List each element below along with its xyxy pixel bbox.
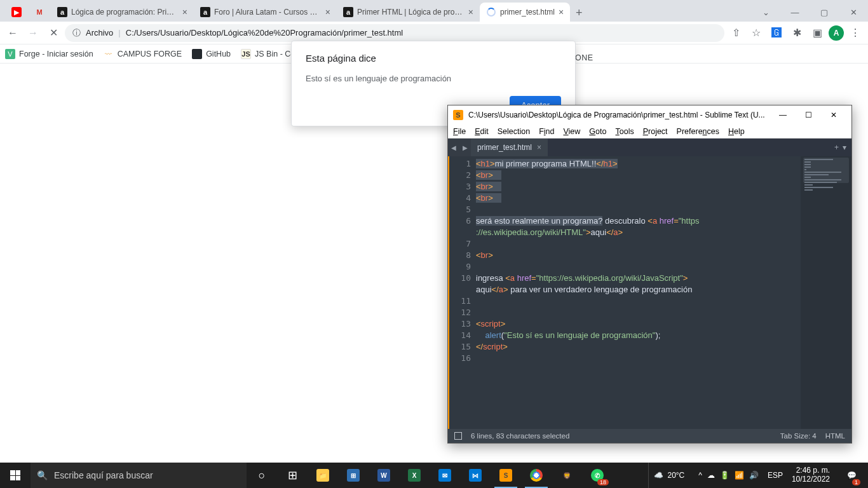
start-button[interactable] — [0, 463, 31, 488]
task-store-icon[interactable]: ⊞ — [338, 463, 369, 488]
profile-avatar[interactable]: A — [829, 25, 844, 41]
tab-add-icon[interactable]: + — [834, 143, 839, 152]
tab-alura-primer-html[interactable]: aPrimer HTML | Lógica de program× — [337, 3, 480, 22]
task-word-icon[interactable]: W — [369, 463, 399, 488]
taskbar-clock[interactable]: 2:46 p. m. 10/12/2022 — [788, 466, 834, 484]
tray-volume-icon[interactable]: 🔊 — [749, 471, 759, 480]
code-area[interactable]: <h1>mi primer programa HTML!!</h1><br><b… — [476, 156, 801, 429]
task-whatsapp-icon[interactable]: ✆18 — [582, 463, 613, 488]
task-mail-icon[interactable]: ✉ — [430, 463, 460, 488]
tab-prev-icon[interactable]: ◀ — [448, 139, 459, 156]
taskbar-search[interactable]: 🔍Escribe aquí para buscar — [31, 463, 247, 488]
menu-tools[interactable]: Tools — [615, 127, 634, 136]
translate-icon[interactable]: 🅶 — [768, 24, 785, 42]
tray-wifi-icon[interactable]: 📶 — [735, 471, 744, 480]
dialog-message: Esto sí es un lenguaje de programación — [306, 74, 561, 83]
task-chrome-icon[interactable] — [521, 463, 552, 488]
close-icon[interactable]: × — [182, 7, 187, 17]
sublime-maximize-icon[interactable]: ☐ — [796, 106, 821, 124]
line-gutter: 12345678910111213141516 — [448, 156, 476, 429]
sublime-close-icon[interactable]: ✕ — [821, 106, 846, 124]
minimap[interactable] — [801, 156, 851, 429]
sublime-file-tab[interactable]: primer_test.html × — [471, 139, 548, 156]
menu-view[interactable]: View — [563, 127, 580, 136]
bookmark-github[interactable]: GitHub — [192, 49, 231, 59]
stop-button[interactable]: ✕ — [44, 24, 62, 42]
bookmark-forge[interactable]: VForge - Iniciar sesión — [5, 49, 93, 59]
task-brave-icon[interactable]: 🦁 — [552, 463, 582, 488]
campus-icon: 〰 — [104, 49, 114, 59]
menu-goto[interactable]: Goto — [589, 127, 606, 136]
sublime-minimize-icon[interactable]: — — [770, 106, 796, 124]
tab-primer-test[interactable]: primer_test.html× — [480, 3, 570, 22]
sublime-titlebar[interactable]: S C:\Users\Usuario\Desktop\Lógica de Pro… — [448, 105, 851, 125]
tray-language[interactable]: ESP — [768, 471, 783, 480]
tab-alura-foro[interactable]: aForo | Alura Latam - Cursos onlin× — [194, 3, 337, 22]
menu-edit[interactable]: Edit — [475, 127, 489, 136]
tab-alura-logica[interactable]: aLógica de programación: Primero× — [51, 3, 194, 22]
gmail-icon: M — [34, 7, 44, 17]
status-syntax[interactable]: HTML — [825, 432, 845, 440]
vue-icon: V — [5, 49, 15, 59]
url-prefix: Archivo — [86, 28, 113, 37]
address-bar[interactable]: ⓘ Archivo | C:/Users/Usuario/Desktop/Lóg… — [65, 24, 724, 42]
maximize-icon[interactable]: ▢ — [810, 3, 839, 22]
sidepanel-icon[interactable]: ▣ — [808, 24, 826, 42]
github-icon — [192, 49, 202, 59]
share-icon[interactable]: ⇧ — [727, 24, 745, 42]
bookmark-one-fragment: ONE — [575, 53, 593, 62]
tab-gmail[interactable]: M — [28, 3, 51, 22]
browser-tabstrip: ▶ M aLógica de programación: Primero× aF… — [0, 0, 868, 22]
windows-taskbar: 🔍Escribe aquí para buscar ○ ⊞ 📁 ⊞ W X ✉ … — [0, 463, 868, 488]
status-selection: 6 lines, 83 characters selected — [471, 432, 569, 440]
menu-kebab-icon[interactable]: ⋮ — [846, 24, 864, 42]
back-button[interactable]: ← — [4, 24, 22, 42]
close-window-icon[interactable]: ✕ — [839, 3, 868, 22]
bookmark-star-icon[interactable]: ☆ — [747, 24, 765, 42]
url-text: C:/Users/Usuario/Desktop/Lógica%20de%20P… — [126, 28, 403, 37]
tab-youtube[interactable]: ▶ — [5, 3, 28, 22]
tab-next-icon[interactable]: ▶ — [459, 139, 471, 156]
status-tabsize[interactable]: Tab Size: 4 — [780, 432, 817, 440]
tray-battery-icon[interactable]: 🔋 — [720, 471, 729, 480]
taskbar-weather[interactable]: ☁️20°C — [648, 463, 689, 488]
menu-project[interactable]: Project — [643, 127, 668, 136]
sublime-title: C:\Users\Usuario\Desktop\Lógica de Progr… — [468, 111, 765, 119]
tab-menu-icon[interactable]: ▾ — [843, 143, 846, 152]
close-icon[interactable]: × — [537, 143, 541, 152]
task-cortana-icon[interactable]: ○ — [247, 463, 277, 488]
windows-logo-icon — [10, 470, 20, 480]
extensions-icon[interactable]: ✱ — [788, 24, 806, 42]
dialog-title: Esta página dice — [306, 53, 561, 64]
notification-center-icon[interactable]: 💬1 — [839, 463, 864, 488]
tray-onedrive-icon[interactable]: ☁ — [707, 471, 715, 480]
close-icon[interactable]: × — [468, 7, 473, 17]
minimize-icon[interactable]: — — [780, 3, 810, 22]
task-sublime-icon[interactable]: S — [491, 463, 521, 488]
weather-icon: ☁️ — [654, 471, 663, 480]
window-controls: ⌄ — ▢ ✕ — [751, 3, 868, 22]
alura-icon: a — [200, 7, 210, 17]
new-tab-button[interactable]: + — [570, 4, 588, 22]
close-icon[interactable]: × — [559, 7, 564, 17]
menu-selection[interactable]: Selection — [498, 127, 530, 136]
close-icon[interactable]: × — [325, 7, 330, 17]
task-explorer-icon[interactable]: 📁 — [308, 463, 338, 488]
alura-icon: a — [343, 7, 353, 17]
task-excel-icon[interactable]: X — [399, 463, 430, 488]
menu-find[interactable]: Find — [539, 127, 554, 136]
sublime-window[interactable]: S C:\Users\Usuario\Desktop\Lógica de Pro… — [447, 105, 852, 444]
status-panel-icon[interactable] — [454, 432, 462, 440]
youtube-icon: ▶ — [11, 7, 22, 17]
task-vscode-icon[interactable]: ⋈ — [460, 463, 491, 488]
tray-expand-icon[interactable]: ^ — [698, 471, 702, 480]
task-taskview-icon[interactable]: ⊞ — [277, 463, 308, 488]
menu-file[interactable]: File — [453, 127, 466, 136]
search-icon: 🔍 — [37, 470, 48, 480]
bookmark-campus[interactable]: 〰CAMPUS FORGE — [104, 49, 182, 59]
window-options-icon[interactable]: ⌄ — [751, 3, 780, 22]
menu-help[interactable]: Help — [728, 127, 745, 136]
editor-body[interactable]: 12345678910111213141516 <h1>mi primer pr… — [448, 156, 851, 429]
menu-preferences[interactable]: Preferences — [677, 127, 719, 136]
info-icon[interactable]: ⓘ — [72, 27, 81, 39]
